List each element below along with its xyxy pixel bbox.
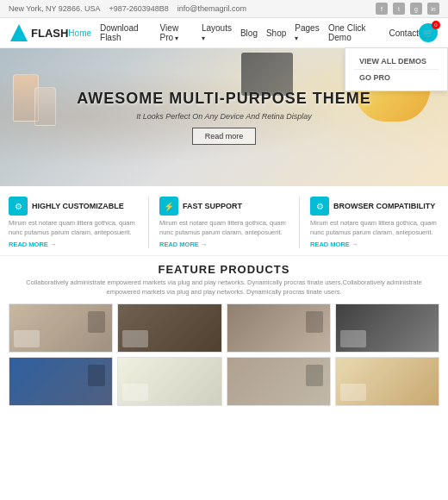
hero-perfume-bottle-2: [34, 87, 56, 126]
feature-header-1: ⚙ HIGHLY CUSTOMIZABLE: [9, 197, 138, 216]
product-shape-1a: [14, 330, 40, 347]
nav-links: Home Download Flash View Pro Layouts Blo…: [68, 23, 419, 42]
product-image-8: [336, 358, 439, 405]
product-shape-1b: [88, 311, 105, 333]
social-twitter-icon[interactable]: t: [393, 3, 405, 15]
top-bar: New York, NY 92866. USA +987-2603948B8 i…: [0, 0, 448, 18]
feature-divider-1: [148, 197, 149, 248]
hero-subtitle: It Looks Perfect On Any Device And Retin…: [77, 112, 371, 121]
feature-customizable: ⚙ HIGHLY CUSTOMIZABLE Mirum est notare q…: [9, 197, 138, 248]
top-bar-right: f t g in: [376, 3, 439, 15]
product-shape-6a: [122, 384, 148, 401]
feature-support: ⚡ FAST SUPPORT Mirum est notare quam lit…: [159, 197, 289, 248]
products-section-title: FEATURE PRODUCTS: [9, 263, 439, 276]
gear-icon: ⚙: [15, 202, 22, 211]
nav-viewpro[interactable]: View Pro: [160, 23, 193, 42]
product-card-5[interactable]: [9, 357, 113, 406]
nav-oneclickdemo[interactable]: One Click Demo: [328, 23, 380, 42]
product-shape-4a: [340, 330, 366, 347]
feature-link-1[interactable]: READ MORE →: [9, 241, 138, 248]
product-shape-8a: [340, 384, 366, 401]
product-card-2[interactable]: [117, 303, 221, 353]
product-image-3: [227, 304, 330, 352]
feature-divider-2: [299, 197, 300, 248]
features-section: ⚙ HIGHLY CUSTOMIZABLE Mirum est notare q…: [0, 186, 448, 256]
dropdown-panel: VIEW ALL DEMOS GO PRO: [345, 47, 448, 91]
feature-header-3: ⚙ BROWSER COMPATIBILITY: [310, 197, 439, 216]
navigation: FLASH Home Download Flash View Pro Layou…: [0, 18, 448, 48]
location-text: New York, NY 92866. USA: [9, 4, 100, 13]
nav-layouts[interactable]: Layouts: [202, 23, 232, 42]
gear-icon-2: ⚙: [316, 202, 324, 211]
product-image-1: [9, 304, 112, 352]
product-image-2: [118, 304, 221, 352]
feature-title-3: BROWSER COMPATIBILITY: [333, 202, 435, 210]
product-card-4[interactable]: [335, 303, 439, 353]
lightning-icon: ⚡: [164, 202, 174, 211]
logo[interactable]: FLASH: [10, 24, 68, 41]
product-card-1[interactable]: [9, 303, 113, 353]
hero-text: AWESOME MULTI-PURPOSE THEME It Looks Per…: [77, 90, 371, 145]
feature-link-2[interactable]: READ MORE →: [159, 241, 289, 248]
social-googleplus-icon[interactable]: g: [410, 3, 422, 15]
products-grid: [9, 303, 439, 406]
feature-title-1: HIGHLY CUSTOMIZABLE: [32, 202, 124, 210]
cart-badge: 0: [432, 21, 440, 29]
feature-icon-2: ⚡: [159, 197, 178, 216]
feature-icon-3: ⚙: [310, 197, 329, 216]
hero-title: AWESOME MULTI-PURPOSE THEME: [77, 90, 371, 109]
product-image-7: [227, 358, 330, 405]
social-linkedin-icon[interactable]: in: [427, 3, 439, 15]
top-bar-left: New York, NY 92866. USA +987-2603948B8 i…: [9, 4, 246, 13]
product-image-4: [336, 304, 439, 352]
social-facebook-icon[interactable]: f: [376, 3, 388, 15]
dropdown-go-pro[interactable]: GO PRO: [354, 70, 439, 85]
logo-text: FLASH: [31, 27, 68, 40]
nav-download[interactable]: Download Flash: [100, 23, 152, 42]
phone-text: +987-2603948B8: [109, 4, 168, 13]
nav-pages[interactable]: Pages: [295, 23, 320, 42]
product-shape-3a: [306, 311, 323, 333]
hero-read-more-button[interactable]: Read more: [192, 128, 257, 145]
product-shape-2a: [122, 330, 148, 347]
feature-header-2: ⚡ FAST SUPPORT: [159, 197, 289, 216]
feature-title-2: FAST SUPPORT: [183, 202, 242, 210]
nav-shop[interactable]: Shop: [266, 28, 286, 38]
product-image-5: [9, 358, 112, 405]
dropdown-view-all-demos[interactable]: VIEW ALL DEMOS: [354, 53, 439, 70]
nav-home[interactable]: Home: [68, 28, 91, 38]
feature-browser: ⚙ BROWSER COMPATIBILITY Mirum est notare…: [310, 197, 439, 248]
feature-text-2: Mirum est notare quam littera gothica, q…: [159, 219, 289, 237]
products-section-subtitle: Collaboratively administrate empowered m…: [9, 278, 439, 297]
feature-icon-1: ⚙: [9, 197, 28, 216]
nav-right: 🛒 0: [419, 23, 438, 42]
cart-button[interactable]: 🛒 0: [419, 23, 438, 42]
product-image-6: [118, 358, 221, 405]
products-section: FEATURE PRODUCTS Collaboratively adminis…: [0, 256, 448, 413]
email-text: info@themagril.com: [177, 4, 246, 13]
nav-blog[interactable]: Blog: [240, 28, 258, 38]
product-card-3[interactable]: [227, 303, 331, 353]
product-shape-7a: [306, 365, 323, 386]
feature-link-3[interactable]: READ MORE →: [310, 241, 439, 248]
product-card-6[interactable]: [117, 357, 221, 406]
product-card-7[interactable]: [227, 357, 331, 406]
logo-icon: [10, 24, 28, 41]
nav-contact[interactable]: Contact: [389, 28, 419, 38]
product-shape-5a: [88, 365, 105, 386]
product-card-8[interactable]: [335, 357, 439, 406]
feature-text-3: Mirum est notare quam littera gothica, q…: [310, 219, 439, 237]
feature-text-1: Mirum est notare quam littera gothica, q…: [9, 219, 138, 237]
